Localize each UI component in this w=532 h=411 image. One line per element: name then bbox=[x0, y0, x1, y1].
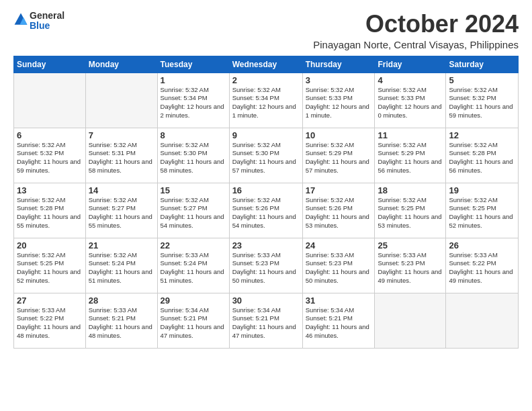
calendar-cell: 26Sunrise: 5:33 AMSunset: 5:22 PMDayligh… bbox=[446, 238, 519, 293]
day-info: Sunrise: 5:32 AMSunset: 5:34 PMDaylight:… bbox=[232, 86, 300, 120]
day-info: Sunrise: 5:32 AMSunset: 5:26 PMDaylight:… bbox=[306, 196, 372, 230]
weekday-header: Wednesday bbox=[229, 56, 302, 73]
day-number: 29 bbox=[161, 295, 226, 306]
day-number: 1 bbox=[161, 75, 226, 85]
day-info: Sunrise: 5:34 AMSunset: 5:21 PMDaylight:… bbox=[232, 306, 300, 340]
calendar-cell: 8Sunrise: 5:32 AMSunset: 5:30 PMDaylight… bbox=[157, 128, 229, 183]
calendar-cell: 4Sunrise: 5:32 AMSunset: 5:33 PMDaylight… bbox=[375, 73, 446, 128]
calendar-cell bbox=[375, 293, 446, 348]
page-container: General Blue October 2024 Pinayagan Nort… bbox=[0, 0, 532, 355]
header-row: General Blue October 2024 Pinayagan Nort… bbox=[13, 11, 519, 50]
calendar-cell: 28Sunrise: 5:33 AMSunset: 5:21 PMDayligh… bbox=[85, 293, 157, 348]
calendar-cell: 19Sunrise: 5:32 AMSunset: 5:25 PMDayligh… bbox=[446, 183, 519, 238]
calendar-cell: 22Sunrise: 5:33 AMSunset: 5:24 PMDayligh… bbox=[157, 238, 229, 293]
calendar-cell bbox=[14, 73, 86, 128]
day-number: 16 bbox=[232, 185, 300, 195]
day-number: 3 bbox=[306, 75, 372, 85]
day-number: 22 bbox=[161, 240, 226, 250]
calendar-cell: 13Sunrise: 5:32 AMSunset: 5:28 PMDayligh… bbox=[14, 183, 86, 238]
location-title: Pinayagan Norte, Central Visayas, Philip… bbox=[313, 39, 519, 50]
day-info: Sunrise: 5:33 AMSunset: 5:23 PMDaylight:… bbox=[306, 251, 372, 285]
calendar-cell: 9Sunrise: 5:32 AMSunset: 5:30 PMDaylight… bbox=[229, 128, 302, 183]
day-number: 30 bbox=[232, 295, 300, 306]
day-info: Sunrise: 5:32 AMSunset: 5:29 PMDaylight:… bbox=[378, 141, 443, 175]
day-number: 6 bbox=[17, 130, 83, 140]
day-info: Sunrise: 5:32 AMSunset: 5:30 PMDaylight:… bbox=[232, 141, 300, 175]
month-title: October 2024 bbox=[313, 11, 519, 38]
day-number: 2 bbox=[232, 75, 300, 85]
weekday-header: Thursday bbox=[302, 56, 375, 73]
day-info: Sunrise: 5:32 AMSunset: 5:33 PMDaylight:… bbox=[378, 86, 443, 120]
day-info: Sunrise: 5:34 AMSunset: 5:21 PMDaylight:… bbox=[306, 306, 372, 340]
calendar-cell: 20Sunrise: 5:32 AMSunset: 5:25 PMDayligh… bbox=[14, 238, 86, 293]
day-number: 12 bbox=[449, 130, 515, 140]
day-info: Sunrise: 5:32 AMSunset: 5:25 PMDaylight:… bbox=[378, 196, 443, 230]
header-row-days: SundayMondayTuesdayWednesdayThursdayFrid… bbox=[14, 56, 519, 73]
day-number: 18 bbox=[378, 185, 443, 195]
day-info: Sunrise: 5:32 AMSunset: 5:27 PMDaylight:… bbox=[161, 196, 226, 230]
calendar-cell: 17Sunrise: 5:32 AMSunset: 5:26 PMDayligh… bbox=[302, 183, 375, 238]
calendar-cell: 27Sunrise: 5:33 AMSunset: 5:22 PMDayligh… bbox=[14, 293, 86, 348]
weekday-header: Tuesday bbox=[157, 56, 229, 73]
day-number: 26 bbox=[449, 240, 515, 250]
calendar-body: 1Sunrise: 5:32 AMSunset: 5:34 PMDaylight… bbox=[14, 73, 519, 348]
calendar-cell: 24Sunrise: 5:33 AMSunset: 5:23 PMDayligh… bbox=[302, 238, 375, 293]
calendar-week-row: 6Sunrise: 5:32 AMSunset: 5:32 PMDaylight… bbox=[14, 128, 519, 183]
calendar-cell: 21Sunrise: 5:32 AMSunset: 5:24 PMDayligh… bbox=[85, 238, 157, 293]
calendar-cell: 11Sunrise: 5:32 AMSunset: 5:29 PMDayligh… bbox=[375, 128, 446, 183]
day-number: 20 bbox=[17, 240, 83, 250]
day-info: Sunrise: 5:32 AMSunset: 5:32 PMDaylight:… bbox=[17, 141, 83, 175]
day-info: Sunrise: 5:33 AMSunset: 5:23 PMDaylight:… bbox=[378, 251, 443, 285]
day-number: 23 bbox=[232, 240, 300, 250]
weekday-header: Saturday bbox=[446, 56, 519, 73]
logo-icon bbox=[13, 12, 28, 27]
calendar-cell: 7Sunrise: 5:32 AMSunset: 5:31 PMDaylight… bbox=[85, 128, 157, 183]
day-info: Sunrise: 5:32 AMSunset: 5:33 PMDaylight:… bbox=[306, 86, 372, 120]
day-number: 28 bbox=[89, 295, 154, 306]
calendar-cell: 5Sunrise: 5:32 AMSunset: 5:32 PMDaylight… bbox=[446, 73, 519, 128]
weekday-header: Monday bbox=[85, 56, 157, 73]
day-number: 21 bbox=[89, 240, 154, 250]
calendar-cell: 31Sunrise: 5:34 AMSunset: 5:21 PMDayligh… bbox=[302, 293, 375, 348]
day-info: Sunrise: 5:32 AMSunset: 5:24 PMDaylight:… bbox=[89, 251, 154, 285]
day-info: Sunrise: 5:33 AMSunset: 5:22 PMDaylight:… bbox=[449, 251, 515, 285]
calendar-week-row: 27Sunrise: 5:33 AMSunset: 5:22 PMDayligh… bbox=[14, 293, 519, 348]
calendar-cell: 3Sunrise: 5:32 AMSunset: 5:33 PMDaylight… bbox=[302, 73, 375, 128]
day-number: 4 bbox=[378, 75, 443, 85]
logo-text-blue: Blue bbox=[30, 21, 64, 31]
calendar-cell: 14Sunrise: 5:32 AMSunset: 5:27 PMDayligh… bbox=[85, 183, 157, 238]
calendar-cell: 23Sunrise: 5:33 AMSunset: 5:23 PMDayligh… bbox=[229, 238, 302, 293]
day-info: Sunrise: 5:32 AMSunset: 5:34 PMDaylight:… bbox=[161, 86, 226, 120]
day-number: 31 bbox=[306, 295, 372, 306]
weekday-header: Friday bbox=[375, 56, 446, 73]
day-number: 15 bbox=[161, 185, 226, 195]
day-number: 25 bbox=[378, 240, 443, 250]
calendar-table: SundayMondayTuesdayWednesdayThursdayFrid… bbox=[13, 56, 519, 349]
calendar-cell: 12Sunrise: 5:32 AMSunset: 5:28 PMDayligh… bbox=[446, 128, 519, 183]
day-info: Sunrise: 5:32 AMSunset: 5:26 PMDaylight:… bbox=[232, 196, 300, 230]
day-info: Sunrise: 5:32 AMSunset: 5:29 PMDaylight:… bbox=[306, 141, 372, 175]
day-info: Sunrise: 5:34 AMSunset: 5:21 PMDaylight:… bbox=[161, 306, 226, 340]
calendar-cell: 6Sunrise: 5:32 AMSunset: 5:32 PMDaylight… bbox=[14, 128, 86, 183]
calendar-cell: 29Sunrise: 5:34 AMSunset: 5:21 PMDayligh… bbox=[157, 293, 229, 348]
day-info: Sunrise: 5:32 AMSunset: 5:25 PMDaylight:… bbox=[17, 251, 83, 285]
day-number: 13 bbox=[17, 185, 83, 195]
title-section: October 2024 Pinayagan Norte, Central Vi… bbox=[313, 11, 519, 50]
day-number: 5 bbox=[449, 75, 515, 85]
day-info: Sunrise: 5:32 AMSunset: 5:32 PMDaylight:… bbox=[449, 86, 515, 120]
calendar-cell: 2Sunrise: 5:32 AMSunset: 5:34 PMDaylight… bbox=[229, 73, 302, 128]
day-info: Sunrise: 5:32 AMSunset: 5:25 PMDaylight:… bbox=[449, 196, 515, 230]
day-info: Sunrise: 5:32 AMSunset: 5:27 PMDaylight:… bbox=[89, 196, 154, 230]
day-number: 7 bbox=[89, 130, 154, 140]
day-info: Sunrise: 5:33 AMSunset: 5:24 PMDaylight:… bbox=[161, 251, 226, 285]
day-info: Sunrise: 5:33 AMSunset: 5:22 PMDaylight:… bbox=[17, 306, 83, 340]
weekday-header: Sunday bbox=[14, 56, 86, 73]
day-number: 24 bbox=[306, 240, 372, 250]
calendar-cell: 15Sunrise: 5:32 AMSunset: 5:27 PMDayligh… bbox=[157, 183, 229, 238]
calendar-cell: 30Sunrise: 5:34 AMSunset: 5:21 PMDayligh… bbox=[229, 293, 302, 348]
calendar-cell: 1Sunrise: 5:32 AMSunset: 5:34 PMDaylight… bbox=[157, 73, 229, 128]
day-info: Sunrise: 5:33 AMSunset: 5:21 PMDaylight:… bbox=[89, 306, 154, 340]
calendar-cell bbox=[85, 73, 157, 128]
day-number: 27 bbox=[17, 295, 83, 306]
day-number: 9 bbox=[232, 130, 300, 140]
